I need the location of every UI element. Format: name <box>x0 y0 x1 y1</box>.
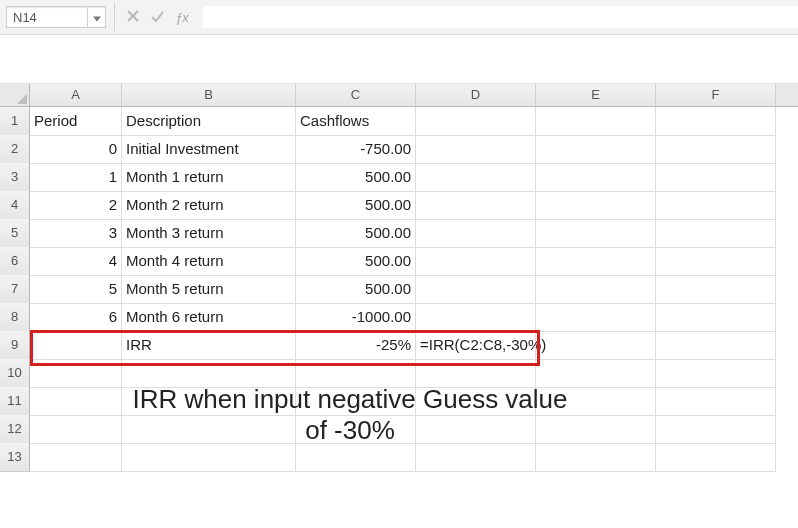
cell-C9[interactable]: -25% <box>296 331 416 360</box>
cell-A9[interactable] <box>30 331 122 360</box>
cell-E10[interactable] <box>536 359 656 388</box>
cell-E11[interactable] <box>536 387 656 416</box>
cell-C3[interactable]: 500.00 <box>296 163 416 192</box>
cell-B1[interactable]: Description <box>122 107 296 136</box>
cell-D11[interactable] <box>416 387 536 416</box>
cell-A5[interactable]: 3 <box>30 219 122 248</box>
cell-C8[interactable]: -1000.00 <box>296 303 416 332</box>
cell-C11[interactable] <box>296 387 416 416</box>
cell-B7[interactable]: Month 5 return <box>122 275 296 304</box>
cell-C10[interactable] <box>296 359 416 388</box>
cell-A13[interactable] <box>30 443 122 472</box>
cell-F7[interactable] <box>656 275 776 304</box>
col-header-D[interactable]: D <box>416 84 536 106</box>
cell-B4[interactable]: Month 2 return <box>122 191 296 220</box>
cell-B12[interactable] <box>122 415 296 444</box>
cell-F13[interactable] <box>656 443 776 472</box>
col-header-B[interactable]: B <box>122 84 296 106</box>
row-header-1[interactable]: 1 <box>0 107 30 136</box>
cell-A11[interactable] <box>30 387 122 416</box>
row-header-8[interactable]: 8 <box>0 303 30 332</box>
row-header-9[interactable]: 9 <box>0 331 30 360</box>
row-header-13[interactable]: 13 <box>0 443 30 472</box>
cell-B10[interactable] <box>122 359 296 388</box>
cell-D1[interactable] <box>416 107 536 136</box>
cell-C7[interactable]: 500.00 <box>296 275 416 304</box>
cell-E3[interactable] <box>536 163 656 192</box>
cell-E1[interactable] <box>536 107 656 136</box>
cell-D9[interactable]: =IRR(C2:C8,-30%) <box>416 331 536 360</box>
select-all-corner[interactable] <box>0 84 30 106</box>
col-header-E[interactable]: E <box>536 84 656 106</box>
cell-E5[interactable] <box>536 219 656 248</box>
cell-B8[interactable]: Month 6 return <box>122 303 296 332</box>
cell-C1[interactable]: Cashflows <box>296 107 416 136</box>
cell-B11[interactable] <box>122 387 296 416</box>
cell-F8[interactable] <box>656 303 776 332</box>
cell-E2[interactable] <box>536 135 656 164</box>
cell-F5[interactable] <box>656 219 776 248</box>
cell-A3[interactable]: 1 <box>30 163 122 192</box>
cell-E8[interactable] <box>536 303 656 332</box>
cancel-button[interactable] <box>121 4 145 30</box>
insert-function-button[interactable]: ƒx <box>169 4 193 30</box>
cell-F1[interactable] <box>656 107 776 136</box>
cell-D13[interactable] <box>416 443 536 472</box>
row-header-3[interactable]: 3 <box>0 163 30 192</box>
cell-C12[interactable] <box>296 415 416 444</box>
cell-E13[interactable] <box>536 443 656 472</box>
cell-F10[interactable] <box>656 359 776 388</box>
cell-D2[interactable] <box>416 135 536 164</box>
col-header-A[interactable]: A <box>30 84 122 106</box>
enter-button[interactable] <box>145 4 169 30</box>
cell-A2[interactable]: 0 <box>30 135 122 164</box>
cell-F6[interactable] <box>656 247 776 276</box>
row-header-5[interactable]: 5 <box>0 219 30 248</box>
cell-C6[interactable]: 500.00 <box>296 247 416 276</box>
row-header-4[interactable]: 4 <box>0 191 30 220</box>
cell-C4[interactable]: 500.00 <box>296 191 416 220</box>
cell-F2[interactable] <box>656 135 776 164</box>
formula-input[interactable] <box>203 6 798 28</box>
cell-C2[interactable]: -750.00 <box>296 135 416 164</box>
cell-B2[interactable]: Initial Investment <box>122 135 296 164</box>
cell-E4[interactable] <box>536 191 656 220</box>
cell-A10[interactable] <box>30 359 122 388</box>
cell-A8[interactable]: 6 <box>30 303 122 332</box>
row-header-6[interactable]: 6 <box>0 247 30 276</box>
cell-C13[interactable] <box>296 443 416 472</box>
cell-B9[interactable]: IRR <box>122 331 296 360</box>
cell-B6[interactable]: Month 4 return <box>122 247 296 276</box>
cell-A12[interactable] <box>30 415 122 444</box>
col-header-F[interactable]: F <box>656 84 776 106</box>
cell-F11[interactable] <box>656 387 776 416</box>
col-header-C[interactable]: C <box>296 84 416 106</box>
cell-E9[interactable] <box>536 331 656 360</box>
cell-F4[interactable] <box>656 191 776 220</box>
cell-B5[interactable]: Month 3 return <box>122 219 296 248</box>
row-header-7[interactable]: 7 <box>0 275 30 304</box>
cell-A6[interactable]: 4 <box>30 247 122 276</box>
cell-D7[interactable] <box>416 275 536 304</box>
cell-F9[interactable] <box>656 331 776 360</box>
cell-C5[interactable]: 500.00 <box>296 219 416 248</box>
cell-E12[interactable] <box>536 415 656 444</box>
cell-A4[interactable]: 2 <box>30 191 122 220</box>
cell-D8[interactable] <box>416 303 536 332</box>
cell-D5[interactable] <box>416 219 536 248</box>
row-header-2[interactable]: 2 <box>0 135 30 164</box>
cell-D3[interactable] <box>416 163 536 192</box>
row-header-11[interactable]: 11 <box>0 387 30 416</box>
row-header-12[interactable]: 12 <box>0 415 30 444</box>
row-header-10[interactable]: 10 <box>0 359 30 388</box>
cell-D12[interactable] <box>416 415 536 444</box>
cell-B13[interactable] <box>122 443 296 472</box>
cell-A7[interactable]: 5 <box>30 275 122 304</box>
cell-D6[interactable] <box>416 247 536 276</box>
cell-D4[interactable] <box>416 191 536 220</box>
cell-F12[interactable] <box>656 415 776 444</box>
cell-F3[interactable] <box>656 163 776 192</box>
cell-E6[interactable] <box>536 247 656 276</box>
name-box-dropdown-button[interactable] <box>87 6 106 28</box>
cell-B3[interactable]: Month 1 return <box>122 163 296 192</box>
